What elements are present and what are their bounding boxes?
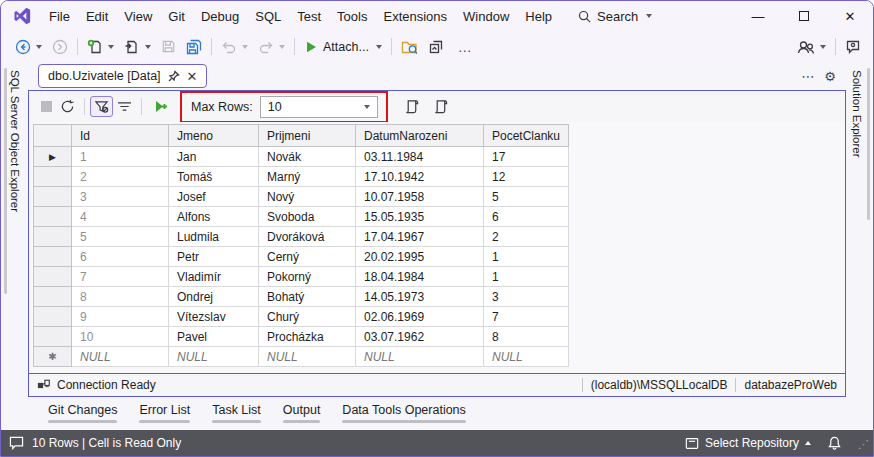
undo-button[interactable] xyxy=(217,36,252,58)
script-changes-button[interactable] xyxy=(147,96,172,117)
cell-jmeno[interactable]: Josef xyxy=(169,187,259,207)
script-button[interactable] xyxy=(400,96,423,118)
cell-id[interactable]: 8 xyxy=(72,287,169,307)
select-repository-button[interactable]: Select Repository xyxy=(681,434,815,452)
column-header[interactable]: Id xyxy=(72,125,169,147)
open-file-button[interactable] xyxy=(120,36,155,58)
row-selector[interactable] xyxy=(34,307,72,327)
menu-item[interactable]: Help xyxy=(517,6,560,27)
database-name[interactable]: databazeProWeb xyxy=(744,378,837,392)
bottom-panel-tab[interactable]: Error List xyxy=(129,403,200,423)
find-in-files-button[interactable] xyxy=(397,36,422,58)
cell-pocetclanku[interactable]: 2 xyxy=(484,227,569,247)
tab-list-ellipsis-icon[interactable]: ⋯ xyxy=(801,69,814,84)
column-header[interactable]: Jmeno xyxy=(169,125,259,147)
cell-datumnarozeni[interactable]: 03.11.1984 xyxy=(356,147,484,167)
cell-jmeno[interactable]: Jan xyxy=(169,147,259,167)
search-control[interactable]: Search xyxy=(570,6,660,27)
refresh-button[interactable] xyxy=(56,96,79,117)
cell-id[interactable]: 6 xyxy=(72,247,169,267)
cell-datumnarozeni[interactable]: 17.10.1942 xyxy=(356,167,484,187)
save-all-button[interactable] xyxy=(182,36,206,58)
tab-dbo-uzivatele-data[interactable]: dbo.Uzivatele [Data] ✕ xyxy=(38,64,207,88)
menu-item[interactable]: Test xyxy=(289,6,329,27)
cell-prijmeni[interactable]: Dvoráková xyxy=(259,227,356,247)
cell-pocetclanku[interactable]: 12 xyxy=(484,167,569,187)
cell-prijmeni[interactable]: Novák xyxy=(259,147,356,167)
save-button[interactable] xyxy=(157,36,180,57)
sort-filter-button[interactable] xyxy=(113,97,136,116)
cell-prijmeni[interactable]: NULL xyxy=(259,347,356,367)
column-header[interactable]: DatumNarozeni xyxy=(356,125,484,147)
cell-jmeno[interactable]: Vítezslav xyxy=(169,307,259,327)
cell-id[interactable]: 3 xyxy=(72,187,169,207)
cell-id[interactable]: NULL xyxy=(72,347,169,367)
cell-pocetclanku[interactable]: 17 xyxy=(484,147,569,167)
cell-id[interactable]: 2 xyxy=(72,167,169,187)
row-selector[interactable] xyxy=(34,327,72,347)
tab-close-icon[interactable]: ✕ xyxy=(187,69,198,84)
cell-prijmeni[interactable]: Bohatý xyxy=(259,287,356,307)
cell-prijmeni[interactable]: Nový xyxy=(259,187,356,207)
menu-item[interactable]: SQL xyxy=(247,6,289,27)
new-row-marker-icon[interactable]: ✱ xyxy=(34,347,72,367)
navigate-forward-button[interactable] xyxy=(48,36,72,58)
cell-jmeno[interactable]: Vladimír xyxy=(169,267,259,287)
send-feedback-button[interactable] xyxy=(841,36,865,58)
menu-item[interactable]: Git xyxy=(160,6,193,27)
cell-datumnarozeni[interactable]: 10.07.1958 xyxy=(356,187,484,207)
cell-prijmeni[interactable]: Churý xyxy=(259,307,356,327)
cell-id[interactable]: 7 xyxy=(72,267,169,287)
row-selector[interactable] xyxy=(34,267,72,287)
cell-prijmeni[interactable]: Pokorný xyxy=(259,267,356,287)
new-file-button[interactable] xyxy=(83,36,118,58)
cell-jmeno[interactable]: Ludmila xyxy=(169,227,259,247)
menu-item[interactable]: File xyxy=(41,6,78,27)
cell-jmeno[interactable]: Tomáš xyxy=(169,167,259,187)
resize-grip-icon[interactable]: ⋰ xyxy=(858,437,869,452)
maximize-button[interactable] xyxy=(781,1,827,31)
cell-jmeno[interactable]: Ondrej xyxy=(169,287,259,307)
cell-datumnarozeni[interactable]: NULL xyxy=(356,347,484,367)
menu-item[interactable]: Extensions xyxy=(375,6,455,27)
bottom-panel-tab[interactable]: Git Changes xyxy=(38,403,127,423)
notifications-button[interactable] xyxy=(824,434,845,452)
row-selector[interactable] xyxy=(34,247,72,267)
cell-id[interactable]: 4 xyxy=(72,207,169,227)
cell-id[interactable]: 9 xyxy=(72,307,169,327)
max-rows-dropdown[interactable]: 10 xyxy=(260,96,378,118)
cell-id[interactable]: 5 xyxy=(72,227,169,247)
pin-icon[interactable] xyxy=(168,70,180,82)
filter-toggle-button[interactable] xyxy=(90,96,113,117)
cell-datumnarozeni[interactable]: 20.02.1995 xyxy=(356,247,484,267)
column-header[interactable]: PocetClanku xyxy=(484,125,569,147)
menu-item[interactable]: View xyxy=(116,6,160,27)
cell-prijmeni[interactable]: Cerný xyxy=(259,247,356,267)
cell-prijmeni[interactable]: Procházka xyxy=(259,327,356,347)
redo-button[interactable] xyxy=(254,36,289,58)
close-button[interactable]: ✕ xyxy=(827,1,873,31)
menu-item[interactable]: Tools xyxy=(329,6,375,27)
row-selector[interactable] xyxy=(34,167,72,187)
cell-datumnarozeni[interactable]: 14.05.1973 xyxy=(356,287,484,307)
cell-pocetclanku[interactable]: 1 xyxy=(484,267,569,287)
navigate-back-button[interactable] xyxy=(11,36,46,58)
bottom-panel-tab[interactable]: Output xyxy=(273,403,331,423)
script-all-button[interactable] xyxy=(429,96,452,118)
cell-pocetclanku[interactable]: 5 xyxy=(484,187,569,207)
column-header[interactable]: Prijmeni xyxy=(259,125,356,147)
cell-id[interactable]: 10 xyxy=(72,327,169,347)
account-button[interactable] xyxy=(793,36,830,58)
cell-pocetclanku[interactable]: 6 xyxy=(484,207,569,227)
row-selector[interactable] xyxy=(34,207,72,227)
menu-item[interactable]: Edit xyxy=(78,6,116,27)
attach-run-button[interactable]: Attach... xyxy=(300,37,386,57)
sql-server-object-explorer-tab[interactable]: SQL Server Object Explorer xyxy=(9,70,21,212)
toolbar-overflow-button[interactable]: … xyxy=(450,36,481,58)
cell-datumnarozeni[interactable]: 02.06.1969 xyxy=(356,307,484,327)
gear-icon[interactable]: ⚙ xyxy=(824,69,836,84)
server-name[interactable]: (localdb)\MSSQLLocalDB xyxy=(591,378,728,392)
cell-pocetclanku[interactable]: 1 xyxy=(484,247,569,267)
cell-id[interactable]: 1 xyxy=(72,147,169,167)
cell-jmeno[interactable]: Petr xyxy=(169,247,259,267)
